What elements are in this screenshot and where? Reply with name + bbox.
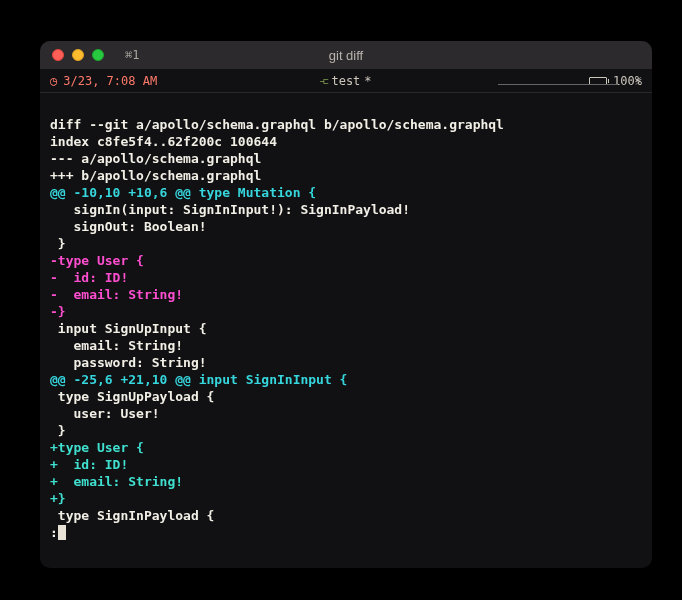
diff-to: +++ b/apollo/schema.graphql bbox=[50, 168, 261, 183]
diff-addition: + id: ID! bbox=[50, 457, 128, 472]
diff-deletion: - email: String! bbox=[50, 287, 183, 302]
status-time-text: 3/23, 7:08 AM bbox=[63, 74, 157, 88]
branch-icon: ⑂ bbox=[317, 77, 331, 84]
diff-deletion: -} bbox=[50, 304, 66, 319]
diff-context: type SignUpPayload { bbox=[50, 389, 214, 404]
diff-context: input SignUpInput { bbox=[50, 321, 207, 336]
minimize-icon[interactable] bbox=[72, 49, 84, 61]
prompt-colon: : bbox=[50, 524, 58, 541]
diff-hunk: @@ -25,6 +21,10 @@ input SignInInput { bbox=[50, 372, 347, 387]
battery-percent: 100% bbox=[613, 74, 642, 88]
diff-context: } bbox=[50, 423, 66, 438]
diff-context: } bbox=[50, 236, 66, 251]
diff-context: password: String! bbox=[50, 355, 207, 370]
titlebar: ⌘1 git diff bbox=[40, 41, 652, 69]
terminal-window: ⌘1 git diff ◷ 3/23, 7:08 AM ⑂ test * 100… bbox=[40, 41, 652, 568]
diff-deletion: -type User { bbox=[50, 253, 144, 268]
diff-hunk: @@ -10,10 +10,6 @@ type Mutation { bbox=[50, 185, 316, 200]
branch-name: test bbox=[331, 74, 360, 88]
diff-deletion: - id: ID! bbox=[50, 270, 128, 285]
close-icon[interactable] bbox=[52, 49, 64, 61]
status-battery: 100% bbox=[589, 74, 642, 88]
tab-label: ⌘1 bbox=[125, 48, 139, 62]
tab-indicator: ⌘1 bbox=[122, 48, 139, 62]
window-controls bbox=[40, 49, 104, 61]
branch-dirty-icon: * bbox=[364, 74, 371, 88]
diff-addition: +} bbox=[50, 491, 66, 506]
diff-header: diff --git a/apollo/schema.graphql b/apo… bbox=[50, 117, 504, 132]
diff-from: --- a/apollo/schema.graphql bbox=[50, 151, 261, 166]
status-branch: ⑂ test * bbox=[320, 74, 371, 88]
diff-context: signIn(input: SignInInput!): SignInPaylo… bbox=[50, 202, 410, 217]
zoom-icon[interactable] bbox=[92, 49, 104, 61]
diff-context: user: User! bbox=[50, 406, 160, 421]
diff-context: type SignInPayload { bbox=[50, 508, 214, 523]
diff-context: email: String! bbox=[50, 338, 183, 353]
clock-icon: ◷ bbox=[50, 74, 57, 88]
diff-addition: +type User { bbox=[50, 440, 144, 455]
diff-index: index c8fe5f4..62f200c 100644 bbox=[50, 134, 277, 149]
diff-context: signOut: Boolean! bbox=[50, 219, 207, 234]
cursor bbox=[58, 525, 66, 540]
status-underline bbox=[498, 84, 618, 85]
pager-prompt[interactable]: : bbox=[50, 524, 642, 541]
diff-addition: + email: String! bbox=[50, 474, 183, 489]
status-time: ◷ 3/23, 7:08 AM bbox=[50, 74, 157, 88]
status-bar: ◷ 3/23, 7:08 AM ⑂ test * 100% ⚡ bbox=[40, 69, 652, 93]
terminal-output[interactable]: diff --git a/apollo/schema.graphql b/apo… bbox=[40, 93, 652, 568]
